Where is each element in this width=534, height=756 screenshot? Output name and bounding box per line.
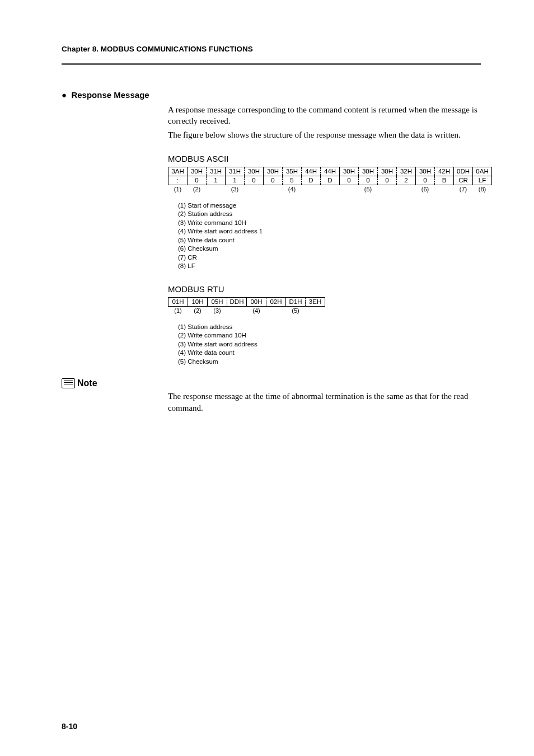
modbus-ascii-heading: MODBUS ASCII	[168, 154, 481, 163]
legend-item: (1) Station address	[178, 323, 481, 332]
ascii-index-cell: (7)	[454, 185, 473, 194]
ascii-index-cell: (6)	[416, 185, 435, 194]
ascii-index-cell	[302, 185, 321, 194]
modbus-rtu-heading: MODBUS RTU	[168, 284, 481, 294]
note-label: Note	[62, 378, 101, 388]
ascii-char-cell: 5	[283, 176, 302, 185]
ascii-hex-cell: 30H	[264, 167, 283, 176]
rtu-index-cell: (3)	[208, 306, 227, 315]
ascii-hex-row: 3AH 30H 31H 31H 30H 30H 35H 44H 44H 30H …	[168, 167, 492, 176]
ascii-char-cell: 0	[340, 176, 359, 185]
ascii-char-cell: 1	[226, 176, 245, 185]
ascii-index-cell: (8)	[473, 185, 492, 194]
ascii-index-cell	[264, 185, 283, 194]
ascii-index-cell	[340, 185, 359, 194]
ascii-char-cell: 0	[264, 176, 283, 185]
ascii-index-row: (1) (2) (3) (4) (5) (6) (7) (8)	[168, 185, 492, 194]
ascii-char-cell: :	[168, 176, 188, 185]
ascii-hex-cell: 0AH	[473, 167, 492, 176]
ascii-char-cell: B	[435, 176, 454, 185]
ascii-hex-cell: 30H	[359, 167, 378, 176]
ascii-hex-cell: 30H	[378, 167, 397, 176]
ascii-char-cell: 0	[188, 176, 207, 185]
page-number: 8-10	[62, 722, 77, 731]
ascii-char-cell: D	[321, 176, 340, 185]
legend-item: (2) Write command 10H	[178, 331, 481, 340]
ascii-index-cell: (1)	[168, 185, 188, 194]
ascii-char-cell: CR	[454, 176, 473, 185]
header-rule	[62, 63, 481, 65]
section-title: Response Message	[71, 90, 149, 100]
ascii-index-cell: (2)	[188, 185, 207, 194]
ascii-index-cell: (5)	[359, 185, 378, 194]
rtu-hex-row: 01H 10H 05H DDH 00H 02H D1H 3EH	[168, 297, 325, 306]
ascii-char-cell: 2	[397, 176, 416, 185]
bullet-icon: ●	[62, 90, 67, 100]
legend-item: (6) Checksum	[178, 245, 481, 253]
modbus-ascii-table: 3AH 30H 31H 31H 30H 30H 35H 44H 44H 30H …	[168, 167, 492, 194]
rtu-hex-cell: D1H	[286, 297, 306, 306]
rtu-index-cell: (4)	[247, 306, 266, 315]
ascii-index-cell	[245, 185, 264, 194]
rtu-index-cell	[266, 306, 286, 315]
rtu-hex-cell: 05H	[208, 297, 227, 306]
legend-item: (7) CR	[178, 253, 481, 262]
rtu-index-cell	[227, 306, 247, 315]
ascii-hex-cell: 30H	[188, 167, 207, 176]
ascii-hex-cell: 3AH	[168, 167, 188, 176]
ascii-hex-cell: 30H	[416, 167, 435, 176]
ascii-index-cell	[378, 185, 397, 194]
legend-item: (8) LF	[178, 262, 481, 271]
rtu-hex-cell: 3EH	[306, 297, 325, 306]
modbus-rtu-table: 01H 10H 05H DDH 00H 02H D1H 3EH (1) (2) …	[168, 297, 325, 315]
ascii-index-cell	[207, 185, 226, 194]
response-paragraph-1: A response message corresponding to the …	[168, 104, 481, 127]
rtu-hex-cell: 10H	[188, 297, 208, 306]
response-paragraph-2: The figure below shows the structure of …	[168, 129, 481, 140]
ascii-char-row: : 0 1 1 0 0 5 D D 0 0 0 2 0 B CR LF	[168, 176, 492, 185]
ascii-hex-cell: 35H	[283, 167, 302, 176]
rtu-hex-cell: 01H	[168, 297, 188, 306]
rtu-index-cell: (2)	[188, 306, 208, 315]
rtu-index-cell	[306, 306, 325, 315]
ascii-char-cell: D	[302, 176, 321, 185]
ascii-char-cell: 1	[207, 176, 226, 185]
ascii-index-cell	[321, 185, 340, 194]
legend-item: (2) Station address	[178, 210, 481, 219]
ascii-hex-cell: 31H	[226, 167, 245, 176]
ascii-char-cell: 0	[378, 176, 397, 185]
legend-item: (4) Write data count	[178, 349, 481, 358]
rtu-legend: (1) Station address (2) Write command 10…	[178, 323, 481, 367]
ascii-index-cell	[397, 185, 416, 194]
ascii-char-cell: 0	[416, 176, 435, 185]
ascii-hex-cell: 30H	[340, 167, 359, 176]
legend-item: (3) Write start word address	[178, 340, 481, 349]
ascii-hex-cell: 42H	[435, 167, 454, 176]
note-icon	[62, 378, 75, 388]
rtu-hex-cell: DDH	[227, 297, 247, 306]
ascii-index-cell	[435, 185, 454, 194]
ascii-index-cell: (4)	[283, 185, 302, 194]
ascii-legend: (1) Start of message (2) Station address…	[178, 201, 481, 271]
legend-item: (3) Write command 10H	[178, 219, 481, 228]
note-text: The response message at the time of abno…	[168, 391, 481, 414]
ascii-hex-cell: 30H	[245, 167, 264, 176]
legend-item: (1) Start of message	[178, 201, 481, 210]
ascii-hex-cell: 0DH	[454, 167, 473, 176]
ascii-char-cell: LF	[473, 176, 492, 185]
rtu-index-cell: (5)	[286, 306, 306, 315]
rtu-index-row: (1) (2) (3) (4) (5)	[168, 306, 325, 315]
rtu-hex-cell: 02H	[266, 297, 286, 306]
ascii-hex-cell: 32H	[397, 167, 416, 176]
section-heading: ● Response Message	[62, 90, 481, 100]
chapter-title: Chapter 8. MODBUS COMMUNICATIONS FUNCTIO…	[62, 45, 481, 53]
legend-item: (5) Write data count	[178, 236, 481, 245]
rtu-index-cell: (1)	[168, 306, 188, 315]
legend-item: (5) Checksum	[178, 358, 481, 367]
note-label-text: Note	[77, 378, 97, 388]
ascii-char-cell: 0	[359, 176, 378, 185]
rtu-hex-cell: 00H	[247, 297, 266, 306]
ascii-hex-cell: 44H	[321, 167, 340, 176]
legend-item: (4) Write start word address 1	[178, 227, 481, 236]
ascii-hex-cell: 44H	[302, 167, 321, 176]
